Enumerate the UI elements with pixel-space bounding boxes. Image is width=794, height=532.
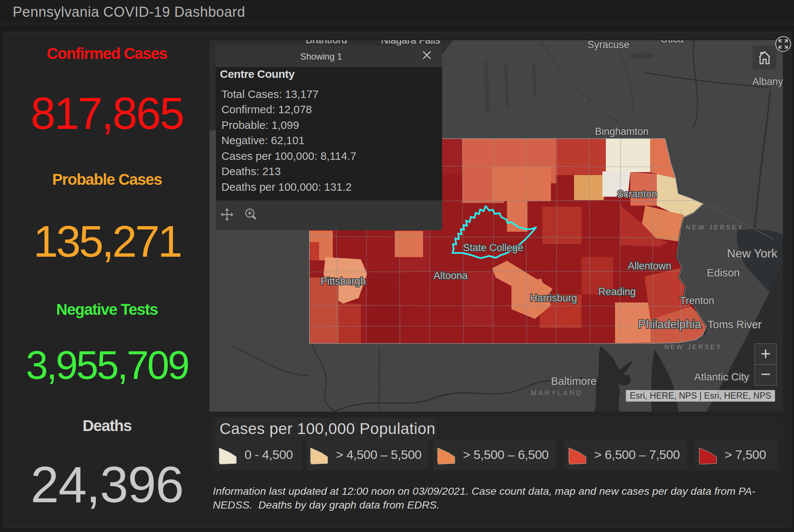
svg-text:Pittsburgh: Pittsburgh	[321, 276, 366, 287]
svg-text:NEW JERSEY: NEW JERSEY	[664, 343, 722, 351]
svg-text:Allentown: Allentown	[628, 260, 671, 272]
svg-text:Altoona: Altoona	[434, 270, 468, 281]
svg-text:State College: State College	[463, 242, 523, 253]
svg-text:NEW JERSEY: NEW JERSEY	[686, 224, 744, 231]
svg-text:Reading: Reading	[598, 286, 636, 297]
svg-text:Philadelphia: Philadelphia	[638, 318, 702, 331]
svg-text:Trenton: Trenton	[680, 295, 714, 306]
svg-text:Albany: Albany	[752, 76, 783, 87]
svg-text:Edison: Edison	[707, 267, 740, 279]
svg-text:Atlantic City: Atlantic City	[694, 371, 749, 383]
svg-text:Utica: Utica	[661, 40, 684, 45]
svg-text:MARYLAND: MARYLAND	[531, 389, 583, 397]
svg-text:Syracuse: Syracuse	[587, 40, 630, 50]
svg-text:Scranton: Scranton	[617, 189, 657, 200]
svg-text:Toms River: Toms River	[708, 319, 762, 330]
svg-text:Brantford: Brantford	[306, 40, 347, 45]
svg-text:Niagara Falls: Niagara Falls	[381, 40, 440, 46]
svg-text:Baltimore: Baltimore	[551, 375, 597, 387]
svg-text:Binghamton: Binghamton	[595, 126, 649, 137]
svg-text:Harrisburg: Harrisburg	[530, 292, 577, 304]
svg-text:New York: New York	[727, 247, 778, 260]
